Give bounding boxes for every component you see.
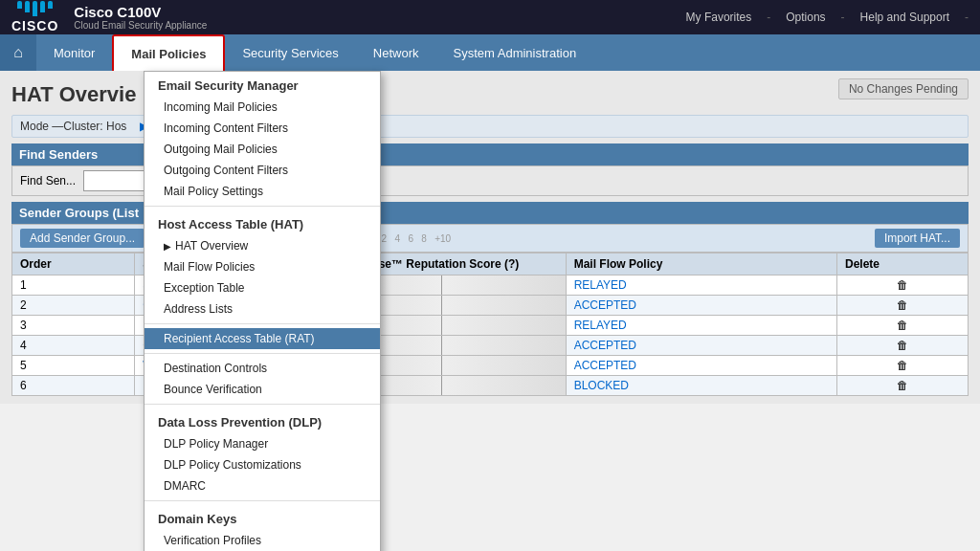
options-link[interactable]: Options bbox=[786, 11, 825, 24]
dropdown-item-exception-table[interactable]: Exception Table bbox=[145, 277, 380, 298]
mail-policies-dropdown: Email Security Manager Incoming Mail Pol… bbox=[144, 71, 381, 551]
cell-policy[interactable]: RELAYED bbox=[566, 276, 836, 296]
home-button[interactable]: ⌂ bbox=[0, 34, 36, 71]
dropdown-header-esm: Email Security Manager bbox=[145, 72, 380, 97]
tab-security-services[interactable]: Security Services bbox=[225, 34, 355, 71]
cell-delete[interactable]: 🗑 bbox=[836, 356, 968, 376]
divider-1 bbox=[145, 206, 380, 207]
cell-order: 3 bbox=[12, 316, 135, 336]
col-policy: Mail Flow Policy bbox=[566, 253, 836, 276]
dropdown-item-address-lists[interactable]: Address Lists bbox=[145, 298, 380, 320]
cell-order: 5 bbox=[12, 356, 135, 376]
find-senders-label: Find Sen... bbox=[20, 174, 76, 187]
dropdown-item-hat-overview[interactable]: ▶HAT Overview bbox=[145, 235, 380, 256]
divider-2 bbox=[145, 323, 380, 324]
my-favorites-link[interactable]: My Favorites bbox=[686, 11, 752, 24]
cell-policy[interactable]: ACCEPTED bbox=[566, 336, 836, 356]
help-support-link[interactable]: Help and Support bbox=[860, 11, 949, 24]
dropdown-item-outgoing-mail-policies[interactable]: Outgoing Mail Policies bbox=[145, 139, 380, 160]
cisco-logo: CISCO bbox=[11, 18, 58, 33]
no-changes-badge: No Changes Pending bbox=[838, 78, 969, 99]
dropdown-item-destination-controls[interactable]: Destination Controls bbox=[145, 358, 380, 379]
dropdown-item-rat[interactable]: Recipient Access Table (RAT) bbox=[145, 328, 380, 349]
dropdown-header-dlp: Data Loss Prevention (DLP) bbox=[145, 408, 380, 433]
main-nav: ⌂ Monitor Mail Policies Security Service… bbox=[0, 34, 980, 71]
product-subtitle: Cloud Email Security Appliance bbox=[74, 20, 207, 31]
cell-policy[interactable]: RELAYED bbox=[566, 316, 836, 336]
tab-monitor[interactable]: Monitor bbox=[36, 34, 112, 71]
top-bar: CISCO Cisco C100V Cloud Email Security A… bbox=[0, 0, 980, 34]
divider-5 bbox=[145, 500, 380, 501]
dropdown-item-dmarc[interactable]: DMARC bbox=[145, 475, 380, 496]
col-order: Order bbox=[12, 253, 135, 276]
add-sender-group-button[interactable]: Add Sender Group... bbox=[20, 229, 145, 248]
dropdown-item-outgoing-content-filters[interactable]: Outgoing Content Filters bbox=[145, 160, 380, 181]
cell-order: 1 bbox=[12, 276, 135, 296]
divider-4 bbox=[145, 404, 380, 405]
dropdown-header-hat: Host Access Table (HAT) bbox=[145, 210, 380, 235]
cell-policy[interactable]: ACCEPTED bbox=[566, 356, 836, 376]
divider-3 bbox=[145, 353, 380, 354]
cell-delete[interactable]: 🗑 bbox=[836, 376, 968, 396]
tab-system-admin[interactable]: System Administration bbox=[436, 34, 594, 71]
product-name: Cisco C100V bbox=[74, 4, 207, 20]
cell-order: 6 bbox=[12, 376, 135, 396]
tab-mail-policies[interactable]: Mail Policies bbox=[112, 34, 225, 71]
dropdown-item-mail-flow-policies[interactable]: Mail Flow Policies bbox=[145, 256, 380, 277]
cell-delete[interactable]: 🗑 bbox=[836, 276, 968, 296]
hat-overview-arrow: ▶ bbox=[164, 241, 171, 252]
logo-area: CISCO Cisco C100V Cloud Email Security A… bbox=[11, 1, 207, 33]
col-delete: Delete bbox=[836, 253, 968, 276]
dropdown-item-bounce-verification[interactable]: Bounce Verification bbox=[145, 379, 380, 400]
cell-delete[interactable]: 🗑 bbox=[836, 336, 968, 356]
dropdown-header-domain-keys: Domain Keys bbox=[145, 505, 380, 530]
import-hat-button[interactable]: Import HAT... bbox=[875, 229, 960, 248]
cell-policy[interactable]: ACCEPTED bbox=[566, 296, 836, 316]
cell-delete[interactable]: 🗑 bbox=[836, 316, 968, 336]
cell-policy[interactable]: BLOCKED bbox=[566, 376, 836, 396]
dropdown-item-incoming-content-filters[interactable]: Incoming Content Filters bbox=[145, 118, 380, 139]
mode-label: Mode —Cluster: Hos bbox=[20, 120, 126, 133]
product-info: Cisco C100V Cloud Email Security Applian… bbox=[74, 4, 207, 31]
cell-delete[interactable]: 🗑 bbox=[836, 296, 968, 316]
top-nav-links: My Favorites - Options - Help and Suppor… bbox=[686, 11, 969, 24]
dropdown-item-verification-profiles[interactable]: Verification Profiles bbox=[145, 530, 380, 551]
dropdown-item-mail-policy-settings[interactable]: Mail Policy Settings bbox=[145, 181, 380, 202]
cell-order: 4 bbox=[12, 336, 135, 356]
dropdown-item-dlp-policy-customizations[interactable]: DLP Policy Customizations bbox=[145, 454, 380, 475]
dropdown-item-incoming-mail-policies[interactable]: Incoming Mail Policies bbox=[145, 97, 380, 118]
tab-network[interactable]: Network bbox=[356, 34, 436, 71]
cell-order: 2 bbox=[12, 296, 135, 316]
dropdown-item-dlp-policy-manager[interactable]: DLP Policy Manager bbox=[145, 433, 380, 454]
